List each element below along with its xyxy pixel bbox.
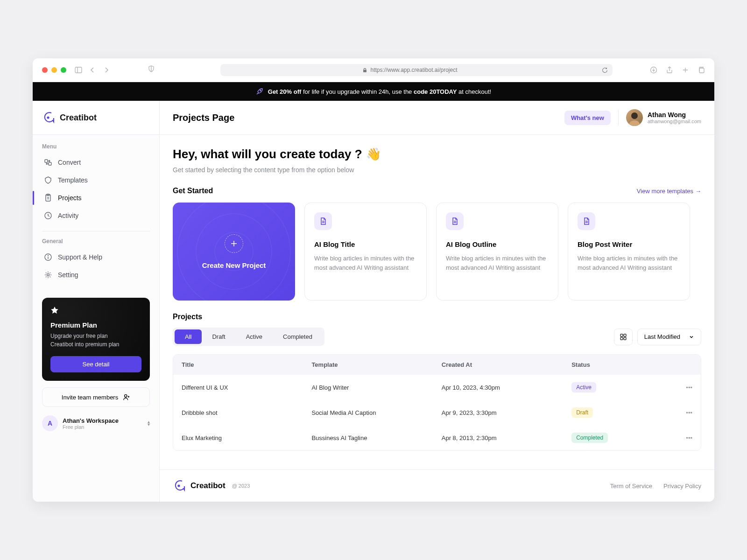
tabs-icon[interactable] (698, 66, 705, 74)
table-row[interactable]: Different UI & UX AI Blog Writer Apr 10,… (173, 375, 701, 400)
tos-link[interactable]: Term of Service (610, 483, 652, 490)
col-template: Template (311, 361, 441, 368)
view-more-templates-link[interactable]: View more templates → (637, 188, 701, 195)
svg-rect-34 (620, 337, 623, 340)
workspace-name: Athan's Workspace (63, 417, 143, 424)
cell-title: Dribbble shot (182, 409, 311, 416)
new-tab-icon[interactable] (682, 66, 689, 74)
cell-template: Social Media AI Caption (311, 409, 441, 416)
footer: Creatibot @ 2023 Term of Service Privacy… (160, 469, 714, 502)
table-row[interactable]: Dribbble shot Social Media AI Caption Ap… (173, 400, 701, 425)
status-badge: Completed (571, 433, 608, 443)
sidebar-label: Setting (58, 271, 78, 279)
svg-rect-0 (75, 67, 82, 73)
refresh-icon[interactable] (602, 67, 608, 73)
url-bar[interactable]: https://www.app.creatibot.ai/project (220, 64, 613, 76)
document-icon (446, 212, 464, 230)
forward-icon[interactable] (103, 66, 110, 74)
cell-created: Apr 10, 2023, 4:30pm (442, 384, 571, 391)
privacy-link[interactable]: Privacy Policy (663, 483, 701, 490)
svg-point-23 (631, 112, 638, 119)
sidebar-item-projects[interactable]: Projects (42, 189, 150, 207)
whats-new-button[interactable]: What's new (564, 111, 611, 125)
cell-template: Bussiness AI Tagline (311, 434, 441, 441)
template-card-blog-post[interactable]: Blog Post Writer Write blog articles in … (568, 203, 690, 301)
tab-active[interactable]: Active (236, 329, 273, 344)
hero-title: Hey, what will you create today ? 👋 (173, 147, 701, 161)
grid-icon (620, 333, 627, 341)
url-text: https://www.app.creatibot.ai/project (370, 67, 457, 73)
promo-banner: Get 20% off for life if you upgrade with… (33, 82, 714, 101)
sidebar-item-convert[interactable]: Convert (42, 154, 150, 171)
invite-team-button[interactable]: Invite team members (42, 387, 150, 407)
svg-point-19 (47, 274, 49, 276)
row-actions-button[interactable]: ••• (664, 434, 692, 441)
promo-text2: at checkout! (458, 88, 491, 95)
card-desc: Write blog articles in minutes with the … (446, 254, 549, 273)
shield-icon[interactable] (148, 65, 155, 73)
tab-draft[interactable]: Draft (202, 329, 235, 344)
row-actions-button[interactable]: ••• (664, 384, 692, 391)
cell-created: Apr 9, 2023, 3:30pm (442, 409, 571, 416)
general-heading: General (42, 238, 150, 245)
rocket-icon (256, 88, 263, 95)
document-icon (578, 212, 595, 230)
projects-icon (44, 194, 52, 202)
download-icon[interactable] (650, 66, 657, 74)
workspace-plan: Free plan (63, 424, 143, 430)
template-card-blog-title[interactable]: AI Blog Title Write blog articles in min… (304, 203, 427, 301)
template-card-blog-outline[interactable]: AI Blog Outline Write blog articles in m… (436, 203, 558, 301)
cell-title: Different UI & UX (182, 384, 311, 391)
sidebar: Creatibot Menu Convert Templates Project… (33, 101, 160, 502)
premium-line1: Upgrade your free plan (50, 332, 141, 340)
gear-icon (44, 271, 52, 279)
templates-icon (44, 176, 52, 184)
logo-text: Creatibot (60, 113, 97, 123)
footer-brand: Creatibot (190, 481, 226, 490)
invite-label: Invite team members (62, 394, 118, 401)
create-project-card[interactable]: Create New Project (173, 203, 295, 301)
sidebar-item-templates[interactable]: Templates (42, 171, 150, 189)
user-plus-icon (123, 393, 130, 401)
premium-cta-button[interactable]: See detail (50, 356, 141, 372)
document-icon (314, 212, 332, 230)
wave-emoji: 👋 (366, 147, 381, 161)
sidebar-item-setting[interactable]: Setting (42, 266, 150, 284)
sidebar-label: Convert (58, 159, 81, 166)
sidebar-item-activity[interactable]: Activity (42, 207, 150, 224)
maximize-window-icon[interactable] (61, 67, 66, 73)
user-menu[interactable]: Athan Wong athanwong@gmail.com (626, 109, 701, 126)
get-started-heading: Get Started (173, 187, 213, 195)
user-name: Athan Wong (648, 111, 701, 119)
logo[interactable]: Creatibot (33, 101, 159, 135)
divider (42, 231, 150, 231)
card-desc: Write blog articles in minutes with the … (578, 254, 680, 273)
main: Projects Page What's new Athan Wong atha… (160, 101, 714, 502)
back-icon[interactable] (89, 66, 96, 74)
svg-point-8 (48, 117, 49, 119)
svg-rect-35 (624, 337, 626, 340)
sort-label: Last Modified (644, 333, 680, 340)
tab-completed[interactable]: Completed (273, 329, 323, 344)
sort-dropdown[interactable]: Last Modified (637, 329, 701, 345)
sidebar-item-support[interactable]: Support & Help (42, 248, 150, 266)
cell-title: Elux Marketing (182, 434, 311, 441)
premium-line2: Creatibot into premium plan (50, 340, 141, 349)
browser-bar: https://www.app.creatibot.ai/project (33, 58, 714, 82)
sidebar-label: Support & Help (58, 253, 102, 261)
info-icon (44, 253, 52, 261)
tab-all[interactable]: All (175, 329, 202, 344)
menu-heading: Menu (42, 143, 150, 150)
sidebar-toggle-icon[interactable] (75, 66, 82, 74)
table-row[interactable]: Elux Marketing Bussiness AI Tagline Apr … (173, 425, 701, 450)
row-actions-button[interactable]: ••• (664, 409, 692, 416)
col-status: Status (571, 361, 664, 368)
minimize-window-icon[interactable] (51, 67, 57, 73)
close-window-icon[interactable] (42, 67, 48, 73)
workspace-switcher[interactable]: A Athan's Workspace Free plan ▴▾ (42, 415, 150, 431)
plus-icon (225, 234, 243, 253)
cell-template: AI Blog Writer (311, 384, 441, 391)
grid-view-button[interactable] (614, 329, 633, 345)
share-icon[interactable] (666, 66, 673, 74)
svg-point-7 (260, 90, 261, 91)
